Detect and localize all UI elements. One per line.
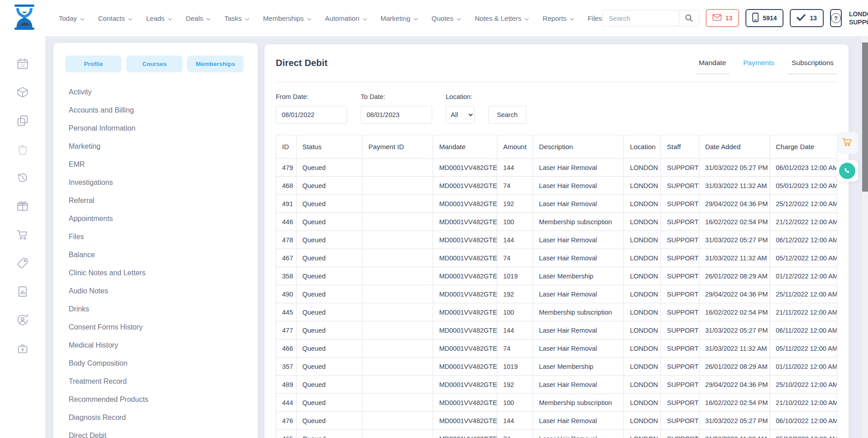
- location-select[interactable]: All: [446, 106, 475, 124]
- cell-id: 466: [276, 339, 297, 358]
- direct-debit-tab[interactable]: Payments: [743, 59, 774, 74]
- column-header[interactable]: Staff: [661, 135, 699, 159]
- cell-id: 479: [276, 159, 297, 177]
- table-row[interactable]: 476 Queued MD0001VV482GTE 144 Laser Hair…: [276, 412, 837, 430]
- history-icon[interactable]: [16, 171, 29, 184]
- copy-icon[interactable]: [16, 114, 29, 127]
- nav-item[interactable]: Today: [59, 14, 85, 22]
- chevron-down-icon: [307, 14, 311, 22]
- locked-case-icon[interactable]: [16, 342, 29, 355]
- nav-item[interactable]: Contacts: [98, 14, 132, 22]
- table-row[interactable]: 478 Queued MD0001VV482GTE 144 Laser Hair…: [276, 231, 837, 249]
- column-header[interactable]: Mandate: [433, 135, 497, 159]
- profile-menu-item[interactable]: Audio Notes: [69, 282, 258, 300]
- column-header[interactable]: Amount: [497, 135, 533, 159]
- profile-menu-item[interactable]: Medical History: [69, 336, 258, 354]
- nav-item[interactable]: Leads: [146, 14, 172, 22]
- profile-menu-item[interactable]: Activity: [69, 83, 258, 101]
- nav-item[interactable]: Automation: [325, 14, 367, 22]
- profile-menu-item[interactable]: Recommended Products: [69, 391, 258, 409]
- support-account-icon[interactable]: [16, 313, 29, 327]
- column-header[interactable]: ID: [276, 135, 297, 159]
- cell-mandate: MD0001VV482GTE: [433, 358, 497, 376]
- profile-menu-item[interactable]: Personal Information: [69, 119, 258, 137]
- nav-item[interactable]: Files: [588, 14, 602, 22]
- profile-menu-item[interactable]: Clinic Notes and Letters: [69, 264, 258, 282]
- profile-menu-item[interactable]: Direct Debit: [69, 427, 258, 438]
- nav-item[interactable]: Tasks: [224, 14, 249, 22]
- table-row[interactable]: 479 Queued MD0001VV482GTE 144 Laser Hair…: [276, 159, 837, 177]
- nav-item[interactable]: Quotes: [432, 14, 461, 22]
- column-header[interactable]: Charge Date: [770, 135, 837, 159]
- profile-menu-item[interactable]: Files: [69, 228, 258, 246]
- search-input[interactable]: [603, 10, 679, 26]
- cell-mandate: MD0001VV482GTE: [433, 376, 497, 394]
- table-row[interactable]: 357 Queued MD0001VV482GTE 1019 Laser Mem…: [276, 358, 837, 376]
- profile-menu-item[interactable]: Appointments: [69, 210, 258, 228]
- from-date-input[interactable]: [276, 106, 347, 124]
- column-header[interactable]: Status: [296, 135, 362, 159]
- profile-menu-item[interactable]: Consent Forms History: [69, 318, 258, 336]
- table-row[interactable]: 445 Queued MD0001VV482GTE 100 Membership…: [276, 303, 837, 321]
- shopping-bag-icon[interactable]: [16, 142, 29, 156]
- app-logo[interactable]: [11, 4, 38, 32]
- help-button[interactable]: ?: [830, 9, 842, 27]
- page-scrollbar-thumb[interactable]: [862, 42, 868, 192]
- cart-icon[interactable]: [16, 228, 29, 241]
- table-row[interactable]: 358 Queued MD0001VV482GTE 1019 Laser Mem…: [276, 267, 837, 285]
- sms-badge-button[interactable]: 5914: [745, 9, 783, 27]
- table-row[interactable]: 477 Queued MD0001VV482GTE 144 Laser Hair…: [276, 321, 837, 339]
- table-row[interactable]: 444 Queued MD0001VV482GTE 100 Membership…: [276, 394, 837, 412]
- tasks-badge-button[interactable]: 13: [790, 9, 824, 27]
- search-icon[interactable]: [679, 10, 699, 26]
- profile-menu-item[interactable]: Drinks: [69, 300, 258, 318]
- price-tag-icon[interactable]: [16, 256, 29, 270]
- gift-icon[interactable]: [16, 199, 29, 213]
- filter-search-button[interactable]: Search: [488, 106, 526, 124]
- report-document-icon[interactable]: [16, 285, 29, 298]
- cell-location: LONDON: [624, 231, 661, 249]
- column-header[interactable]: Description: [533, 135, 624, 159]
- nav-item[interactable]: Reports: [542, 14, 574, 22]
- cell-id: 491: [276, 195, 297, 213]
- table-row[interactable]: 490 Queued MD0001VV482GTE 192 Laser Hair…: [276, 285, 837, 303]
- profile-menu-item[interactable]: Body Composition: [69, 354, 258, 372]
- direct-debit-tab[interactable]: Subscriptions: [792, 59, 834, 74]
- to-date-input[interactable]: [361, 106, 432, 124]
- nav-item[interactable]: Deals: [186, 14, 211, 22]
- table-row[interactable]: 489 Queued MD0001VV482GTE 192 Laser Hair…: [276, 376, 837, 394]
- profile-menu-item[interactable]: Balance: [69, 246, 258, 264]
- table-row[interactable]: 467 Queued MD0001VV482GTE 74 Laser Hair …: [276, 249, 837, 267]
- panel-tab[interactable]: Courses: [126, 56, 183, 72]
- cell-date-added: 31/03/2022 05:27 PM: [699, 321, 769, 339]
- nav-item[interactable]: Notes & Letters: [475, 14, 529, 22]
- column-header[interactable]: Location: [624, 135, 661, 159]
- package-icon[interactable]: [16, 85, 29, 99]
- column-header[interactable]: Date Added: [699, 135, 769, 159]
- table-row[interactable]: 491 Queued MD0001VV482GTE 192 Laser Hair…: [276, 195, 837, 213]
- panel-tab[interactable]: Profile: [65, 56, 122, 72]
- profile-menu-item[interactable]: Accounts and Billing: [69, 101, 258, 119]
- table-row[interactable]: 465 Queued MD0001VV482GTE 74 Laser Hair …: [276, 430, 837, 438]
- floating-phone-button[interactable]: [836, 160, 858, 182]
- table-row[interactable]: 468 Queued MD0001VV482GTE 74 Laser Hair …: [276, 177, 837, 195]
- column-header[interactable]: Payment ID: [363, 135, 433, 159]
- calendar-icon[interactable]: 12: [16, 57, 29, 71]
- mail-badge-button[interactable]: 13: [706, 9, 740, 27]
- panel-tab[interactable]: Memberships: [187, 56, 244, 72]
- nav-item[interactable]: Marketing: [381, 14, 418, 22]
- profile-menu-item[interactable]: Treatment Record: [69, 372, 258, 391]
- floating-cart-button[interactable]: [836, 132, 858, 154]
- profile-menu-item[interactable]: Marketing: [69, 137, 258, 155]
- cell-description: Membership subscription: [533, 394, 624, 412]
- profile-menu-item[interactable]: Diagnosis Record: [69, 409, 258, 427]
- profile-menu-item[interactable]: Referral: [69, 192, 258, 210]
- direct-debit-tab[interactable]: Mandate: [699, 59, 726, 74]
- table-row[interactable]: 466 Queued MD0001VV482GTE 74 Laser Hair …: [276, 339, 837, 358]
- cell-amount: 192: [497, 376, 533, 394]
- nav-item[interactable]: Memberships: [263, 14, 311, 22]
- profile-menu-item[interactable]: Investigations: [69, 174, 258, 192]
- table-row[interactable]: 446 Queued MD0001VV482GTE 100 Membership…: [276, 213, 837, 231]
- profile-menu-item[interactable]: EMR: [69, 155, 258, 174]
- cell-amount: 144: [497, 412, 533, 430]
